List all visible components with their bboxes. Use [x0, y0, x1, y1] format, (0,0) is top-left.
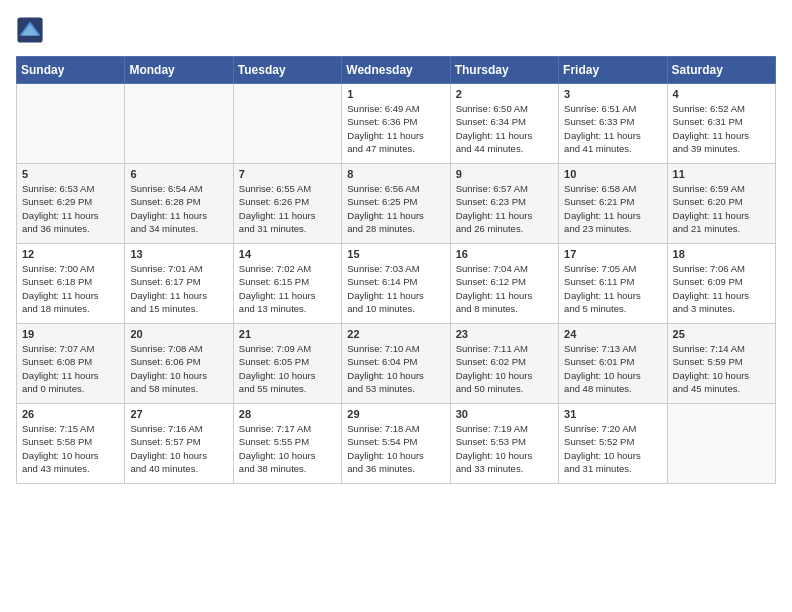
day-number: 26: [22, 408, 119, 420]
calendar-header: SundayMondayTuesdayWednesdayThursdayFrid…: [17, 57, 776, 84]
calendar-week-row: 19Sunrise: 7:07 AM Sunset: 6:08 PM Dayli…: [17, 324, 776, 404]
header-day: Tuesday: [233, 57, 341, 84]
day-number: 30: [456, 408, 553, 420]
day-number: 18: [673, 248, 770, 260]
day-number: 7: [239, 168, 336, 180]
calendar-cell: 15Sunrise: 7:03 AM Sunset: 6:14 PM Dayli…: [342, 244, 450, 324]
calendar-cell: 26Sunrise: 7:15 AM Sunset: 5:58 PM Dayli…: [17, 404, 125, 484]
day-info: Sunrise: 7:00 AM Sunset: 6:18 PM Dayligh…: [22, 262, 119, 315]
day-number: 11: [673, 168, 770, 180]
calendar-cell: 7Sunrise: 6:55 AM Sunset: 6:26 PM Daylig…: [233, 164, 341, 244]
calendar-body: 1Sunrise: 6:49 AM Sunset: 6:36 PM Daylig…: [17, 84, 776, 484]
day-number: 29: [347, 408, 444, 420]
day-number: 23: [456, 328, 553, 340]
day-info: Sunrise: 7:07 AM Sunset: 6:08 PM Dayligh…: [22, 342, 119, 395]
calendar-cell: 25Sunrise: 7:14 AM Sunset: 5:59 PM Dayli…: [667, 324, 775, 404]
day-info: Sunrise: 7:02 AM Sunset: 6:15 PM Dayligh…: [239, 262, 336, 315]
calendar-cell: 20Sunrise: 7:08 AM Sunset: 6:06 PM Dayli…: [125, 324, 233, 404]
day-info: Sunrise: 6:54 AM Sunset: 6:28 PM Dayligh…: [130, 182, 227, 235]
calendar-cell: [125, 84, 233, 164]
day-number: 2: [456, 88, 553, 100]
day-info: Sunrise: 6:55 AM Sunset: 6:26 PM Dayligh…: [239, 182, 336, 235]
calendar-cell: 24Sunrise: 7:13 AM Sunset: 6:01 PM Dayli…: [559, 324, 667, 404]
calendar-cell: 27Sunrise: 7:16 AM Sunset: 5:57 PM Dayli…: [125, 404, 233, 484]
calendar-cell: 18Sunrise: 7:06 AM Sunset: 6:09 PM Dayli…: [667, 244, 775, 324]
day-number: 13: [130, 248, 227, 260]
day-info: Sunrise: 7:03 AM Sunset: 6:14 PM Dayligh…: [347, 262, 444, 315]
day-info: Sunrise: 7:14 AM Sunset: 5:59 PM Dayligh…: [673, 342, 770, 395]
calendar-cell: 16Sunrise: 7:04 AM Sunset: 6:12 PM Dayli…: [450, 244, 558, 324]
calendar-cell: 5Sunrise: 6:53 AM Sunset: 6:29 PM Daylig…: [17, 164, 125, 244]
header-day: Friday: [559, 57, 667, 84]
logo-icon: [16, 16, 44, 44]
calendar-week-row: 26Sunrise: 7:15 AM Sunset: 5:58 PM Dayli…: [17, 404, 776, 484]
header-day: Saturday: [667, 57, 775, 84]
day-number: 20: [130, 328, 227, 340]
day-number: 3: [564, 88, 661, 100]
day-number: 17: [564, 248, 661, 260]
logo: [16, 16, 48, 44]
calendar-cell: 19Sunrise: 7:07 AM Sunset: 6:08 PM Dayli…: [17, 324, 125, 404]
day-number: 8: [347, 168, 444, 180]
header-day: Sunday: [17, 57, 125, 84]
day-info: Sunrise: 7:16 AM Sunset: 5:57 PM Dayligh…: [130, 422, 227, 475]
header-row: SundayMondayTuesdayWednesdayThursdayFrid…: [17, 57, 776, 84]
day-info: Sunrise: 7:15 AM Sunset: 5:58 PM Dayligh…: [22, 422, 119, 475]
day-info: Sunrise: 7:19 AM Sunset: 5:53 PM Dayligh…: [456, 422, 553, 475]
day-number: 31: [564, 408, 661, 420]
calendar-cell: 13Sunrise: 7:01 AM Sunset: 6:17 PM Dayli…: [125, 244, 233, 324]
day-info: Sunrise: 6:59 AM Sunset: 6:20 PM Dayligh…: [673, 182, 770, 235]
day-info: Sunrise: 6:53 AM Sunset: 6:29 PM Dayligh…: [22, 182, 119, 235]
header-day: Monday: [125, 57, 233, 84]
day-info: Sunrise: 7:18 AM Sunset: 5:54 PM Dayligh…: [347, 422, 444, 475]
calendar-week-row: 5Sunrise: 6:53 AM Sunset: 6:29 PM Daylig…: [17, 164, 776, 244]
calendar-cell: [17, 84, 125, 164]
day-number: 16: [456, 248, 553, 260]
day-info: Sunrise: 6:57 AM Sunset: 6:23 PM Dayligh…: [456, 182, 553, 235]
calendar-cell: 21Sunrise: 7:09 AM Sunset: 6:05 PM Dayli…: [233, 324, 341, 404]
day-info: Sunrise: 7:09 AM Sunset: 6:05 PM Dayligh…: [239, 342, 336, 395]
day-number: 10: [564, 168, 661, 180]
calendar-cell: 8Sunrise: 6:56 AM Sunset: 6:25 PM Daylig…: [342, 164, 450, 244]
day-info: Sunrise: 7:17 AM Sunset: 5:55 PM Dayligh…: [239, 422, 336, 475]
calendar-cell: 12Sunrise: 7:00 AM Sunset: 6:18 PM Dayli…: [17, 244, 125, 324]
day-info: Sunrise: 7:20 AM Sunset: 5:52 PM Dayligh…: [564, 422, 661, 475]
day-number: 1: [347, 88, 444, 100]
day-info: Sunrise: 7:11 AM Sunset: 6:02 PM Dayligh…: [456, 342, 553, 395]
calendar-cell: 17Sunrise: 7:05 AM Sunset: 6:11 PM Dayli…: [559, 244, 667, 324]
day-number: 15: [347, 248, 444, 260]
calendar-cell: [667, 404, 775, 484]
day-number: 4: [673, 88, 770, 100]
day-number: 22: [347, 328, 444, 340]
calendar-cell: 30Sunrise: 7:19 AM Sunset: 5:53 PM Dayli…: [450, 404, 558, 484]
day-number: 19: [22, 328, 119, 340]
day-number: 14: [239, 248, 336, 260]
calendar-cell: 9Sunrise: 6:57 AM Sunset: 6:23 PM Daylig…: [450, 164, 558, 244]
day-info: Sunrise: 7:04 AM Sunset: 6:12 PM Dayligh…: [456, 262, 553, 315]
calendar-cell: 22Sunrise: 7:10 AM Sunset: 6:04 PM Dayli…: [342, 324, 450, 404]
day-info: Sunrise: 6:49 AM Sunset: 6:36 PM Dayligh…: [347, 102, 444, 155]
header-day: Thursday: [450, 57, 558, 84]
calendar-table: SundayMondayTuesdayWednesdayThursdayFrid…: [16, 56, 776, 484]
calendar-cell: 23Sunrise: 7:11 AM Sunset: 6:02 PM Dayli…: [450, 324, 558, 404]
calendar-cell: 2Sunrise: 6:50 AM Sunset: 6:34 PM Daylig…: [450, 84, 558, 164]
day-info: Sunrise: 6:52 AM Sunset: 6:31 PM Dayligh…: [673, 102, 770, 155]
calendar-cell: 11Sunrise: 6:59 AM Sunset: 6:20 PM Dayli…: [667, 164, 775, 244]
day-info: Sunrise: 7:08 AM Sunset: 6:06 PM Dayligh…: [130, 342, 227, 395]
day-info: Sunrise: 7:05 AM Sunset: 6:11 PM Dayligh…: [564, 262, 661, 315]
calendar-cell: 4Sunrise: 6:52 AM Sunset: 6:31 PM Daylig…: [667, 84, 775, 164]
day-info: Sunrise: 7:13 AM Sunset: 6:01 PM Dayligh…: [564, 342, 661, 395]
day-number: 24: [564, 328, 661, 340]
calendar-cell: 31Sunrise: 7:20 AM Sunset: 5:52 PM Dayli…: [559, 404, 667, 484]
calendar-cell: 28Sunrise: 7:17 AM Sunset: 5:55 PM Dayli…: [233, 404, 341, 484]
calendar-week-row: 1Sunrise: 6:49 AM Sunset: 6:36 PM Daylig…: [17, 84, 776, 164]
calendar-cell: 10Sunrise: 6:58 AM Sunset: 6:21 PM Dayli…: [559, 164, 667, 244]
day-info: Sunrise: 7:01 AM Sunset: 6:17 PM Dayligh…: [130, 262, 227, 315]
day-number: 28: [239, 408, 336, 420]
day-info: Sunrise: 6:56 AM Sunset: 6:25 PM Dayligh…: [347, 182, 444, 235]
day-number: 21: [239, 328, 336, 340]
page-header: [16, 16, 776, 44]
day-info: Sunrise: 6:58 AM Sunset: 6:21 PM Dayligh…: [564, 182, 661, 235]
day-info: Sunrise: 7:10 AM Sunset: 6:04 PM Dayligh…: [347, 342, 444, 395]
day-number: 27: [130, 408, 227, 420]
